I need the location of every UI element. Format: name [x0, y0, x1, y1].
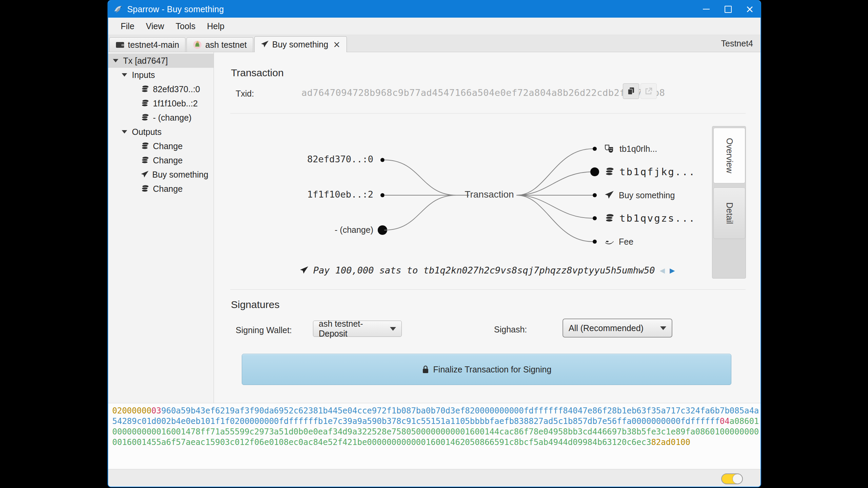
- maximize-button[interactable]: [717, 1, 739, 18]
- tree-label: Inputs: [132, 70, 155, 80]
- hex-output-count-segment: 04: [720, 416, 730, 426]
- network-toggle[interactable]: [721, 473, 743, 484]
- tab-detail[interactable]: Detail: [713, 187, 745, 239]
- hex-line: 0200000003960a59b43ef6219af3f90da6952c62…: [112, 406, 761, 416]
- diagram-transaction-node: Transaction: [462, 189, 516, 200]
- status-bar: [108, 469, 761, 487]
- tree-label: Tx [ad7647]: [123, 56, 168, 66]
- window-controls: ×: [695, 1, 761, 18]
- sparrow-logo-icon: [113, 4, 124, 15]
- app-window: Sparrow - Buy something × File View Tool…: [107, 0, 761, 487]
- hex-input-count-segment: 03: [152, 406, 161, 415]
- output-label: tb1qfjkg...: [619, 166, 696, 178]
- payment-caption: Pay 100,000 sats to tb1q2kn027h2c9vs8sqj…: [313, 265, 655, 276]
- send-icon: [261, 40, 269, 48]
- diagram-output-2[interactable]: Buy something: [605, 188, 675, 202]
- finalize-transaction-button[interactable]: Finalize Transaction for Signing: [242, 354, 731, 385]
- coins-icon: [141, 156, 150, 164]
- diagram-output-0[interactable]: tb1q0rlh...: [605, 142, 657, 156]
- diagram-output-3[interactable]: tb1qvgzs...: [605, 211, 696, 225]
- tree-label: Change: [153, 156, 183, 165]
- menu-help[interactable]: Help: [201, 18, 230, 35]
- tree-item-tx-root[interactable]: Tx [ad7647]: [108, 54, 214, 68]
- tree-item-input-0[interactable]: 82efd370..:0: [108, 82, 214, 96]
- transaction-pane: Transaction Txid: ad7647094728b968c9b77a…: [214, 52, 761, 403]
- lock-icon: [422, 365, 429, 374]
- output-node-dot: [593, 240, 597, 244]
- tree-item-output-3[interactable]: Change: [108, 182, 214, 196]
- tree-label: - (change): [153, 113, 192, 123]
- maximize-icon: [725, 6, 732, 13]
- payment-caption-row: Pay 100,000 sats to tb1q2kn027h2c9vs8sqj…: [214, 265, 761, 276]
- menu-tools[interactable]: Tools: [170, 18, 201, 35]
- tree-item-input-2[interactable]: - (change): [108, 110, 214, 125]
- open-in-explorer-button[interactable]: [640, 83, 657, 99]
- raw-transaction-hex: 0200000003960a59b43ef6219af3f90da6952c62…: [108, 403, 761, 469]
- sighash-select[interactable]: All (Recommended): [563, 319, 672, 338]
- tree-item-input-1[interactable]: 1f1f10eb..:2: [108, 96, 214, 110]
- hex-outputs-segment: a08601: [730, 416, 759, 426]
- tree-item-output-0[interactable]: Change: [108, 139, 214, 153]
- previous-output-arrow[interactable]: ◀: [660, 266, 665, 274]
- diagram-output-4[interactable]: Fee: [605, 235, 633, 248]
- caret-down-icon[interactable]: [113, 59, 118, 62]
- tree-item-output-1[interactable]: Change: [108, 153, 214, 167]
- send-icon: [141, 170, 149, 179]
- tab-label: Buy something: [272, 40, 328, 49]
- output-node-dot: [593, 193, 597, 197]
- hex-line: 0016001455a6f57aeac15903c012f06e0108ec0a…: [112, 437, 761, 448]
- signing-wallet-select[interactable]: ash testnet-Deposit: [313, 321, 402, 337]
- tab-buy-something[interactable]: Buy something ×: [254, 36, 347, 52]
- close-button[interactable]: ×: [739, 1, 761, 18]
- minimize-icon: [703, 9, 710, 9]
- title-bar: Sparrow - Buy something ×: [108, 1, 761, 18]
- tree-label: Buy something: [152, 170, 208, 180]
- menu-file[interactable]: File: [115, 18, 140, 35]
- txid-label: Txid:: [236, 89, 254, 99]
- desktop-background: Sparrow - Buy something × File View Tool…: [0, 0, 868, 488]
- output-label: tb1q0rlh...: [619, 144, 657, 154]
- diagram-view-tabs: Overview Detail: [712, 126, 746, 279]
- chevron-down-icon: [390, 327, 396, 331]
- copy-icon: [627, 87, 635, 96]
- tab-testnet4-main[interactable]: testnet4-main: [109, 37, 185, 52]
- caret-down-icon[interactable]: [122, 130, 127, 134]
- coins-icon: [141, 85, 150, 93]
- tree-item-outputs[interactable]: Outputs: [108, 125, 214, 139]
- tab-label: testnet4-main: [128, 40, 179, 50]
- frog-avatar-icon: [193, 40, 202, 49]
- hex-inputs-segment: 54289c01d002b4e0eb101f1f0200000000fdffff…: [112, 416, 720, 426]
- diagram-input-1[interactable]: 1f1f10eb..:2: [255, 189, 373, 200]
- external-link-icon: [645, 87, 653, 95]
- tab-close-icon[interactable]: ×: [333, 39, 340, 49]
- finalize-button-label: Finalize Transaction for Signing: [433, 365, 552, 374]
- menu-view[interactable]: View: [140, 18, 170, 35]
- tree-item-inputs[interactable]: Inputs: [108, 68, 214, 82]
- transaction-tree: Tx [ad7647] Inputs 82efd370..:0 1f1: [108, 52, 214, 403]
- coins-icon: [605, 167, 615, 177]
- output-node-dot-large: [590, 167, 599, 176]
- output-node-dot: [593, 147, 597, 151]
- diagram-input-0[interactable]: 82efd370..:0: [255, 154, 373, 164]
- output-label: tb1qvgzs...: [619, 212, 696, 224]
- send-icon: [300, 266, 309, 275]
- diagram-output-1[interactable]: tb1qfjkg...: [605, 165, 696, 179]
- hex-line: 000000000016001478ff71a55599c2973a51d0b0…: [112, 427, 761, 437]
- sighash-label: Sighash:: [494, 325, 527, 334]
- signing-wallet-label: Signing Wallet:: [236, 325, 292, 335]
- sighash-value: All (Recommended): [569, 323, 644, 333]
- coins-icon: [141, 185, 150, 193]
- minimize-button[interactable]: [695, 1, 717, 18]
- copy-txid-button[interactable]: [623, 83, 639, 99]
- menu-bar: File View Tools Help: [108, 18, 761, 35]
- tab-ash-testnet[interactable]: ash testnet: [186, 37, 253, 52]
- next-output-arrow[interactable]: ▶: [670, 266, 675, 274]
- main-body: Tx [ad7647] Inputs 82efd370..:0 1f1: [108, 52, 761, 403]
- transaction-section-header: Transaction: [231, 67, 284, 79]
- signing-wallet-value: ash testnet-Deposit: [319, 319, 384, 339]
- coins-icon: [605, 214, 615, 223]
- diagram-input-2[interactable]: - (change): [255, 225, 373, 235]
- caret-down-icon[interactable]: [122, 73, 127, 77]
- tree-item-output-2[interactable]: Buy something: [108, 167, 214, 182]
- tab-overview[interactable]: Overview: [713, 128, 745, 183]
